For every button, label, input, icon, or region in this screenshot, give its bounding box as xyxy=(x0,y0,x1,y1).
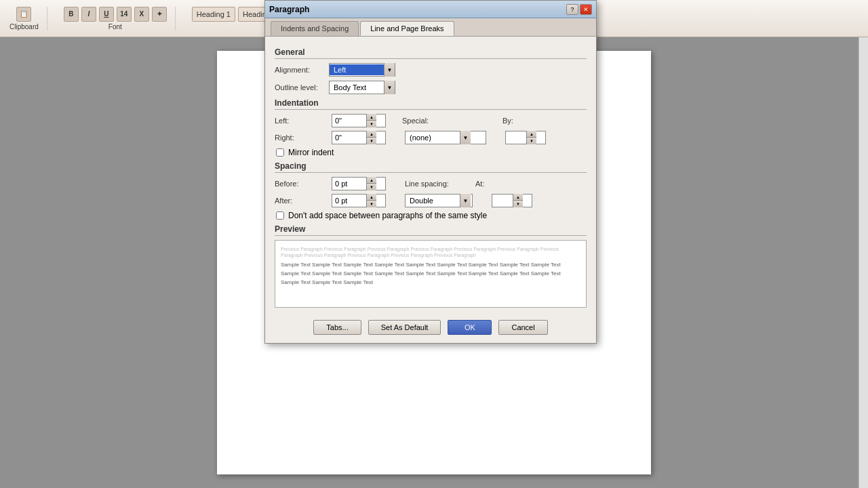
heading1-btn[interactable]: Heading 1 xyxy=(192,7,235,22)
paste-icon[interactable]: 📋 xyxy=(16,7,31,22)
left-label: Left: xyxy=(275,117,329,125)
by-spin-up[interactable]: ▲ xyxy=(527,131,536,138)
at-spinner[interactable]: ▲ ▼ xyxy=(513,194,523,207)
before-spin-up[interactable]: ▲ xyxy=(367,177,376,184)
font-size-icon[interactable]: 14 xyxy=(117,7,132,22)
clipboard-section: 📋 Clipboard xyxy=(7,7,47,30)
by-label: By: xyxy=(500,117,554,125)
dialog-tabs: Indents and Spacing Line and Page Breaks xyxy=(265,18,596,37)
tab-line-breaks[interactable]: Line and Page Breaks xyxy=(360,21,454,36)
clear-icon[interactable]: ✦ xyxy=(152,7,167,22)
dont-add-space-checkbox[interactable] xyxy=(276,211,284,220)
preview-box: Previous Paragraph Previous Paragraph Pr… xyxy=(275,240,587,308)
before-value[interactable] xyxy=(332,178,366,190)
left-spin-up[interactable]: ▲ xyxy=(367,114,376,121)
outline-arrow[interactable]: ▼ xyxy=(384,81,395,94)
ok-button[interactable]: OK xyxy=(448,320,492,335)
alignment-label: Alignment: xyxy=(275,66,329,74)
tabs-button[interactable]: Tabs... xyxy=(313,320,361,335)
left-value[interactable] xyxy=(332,115,366,127)
by-input[interactable]: ▲ ▼ xyxy=(505,131,546,144)
line-spacing-label: Line spacing: xyxy=(405,180,459,188)
before-spinner[interactable]: ▲ ▼ xyxy=(366,177,376,190)
set-default-button[interactable]: Set As Default xyxy=(368,320,441,335)
special-label: Special: xyxy=(389,117,443,125)
outline-label: Outline level: xyxy=(275,83,329,92)
font-label: Font xyxy=(108,23,122,30)
dialog-content: General Alignment: Left ▼ Outline level:… xyxy=(265,37,596,314)
alignment-arrow[interactable]: ▼ xyxy=(384,63,395,77)
tab-indents-spacing[interactable]: Indents and Spacing xyxy=(271,21,359,36)
special-value: (none) xyxy=(406,134,460,142)
dialog-titlebar: Paragraph ? ✕ xyxy=(265,1,596,18)
italic-icon[interactable]: I xyxy=(81,7,96,22)
preview-sample-line2: Sample Text Sample Text Sample Text Samp… xyxy=(281,270,580,279)
dont-add-space-label: Don't add space between paragraphs of th… xyxy=(288,211,487,220)
paragraph-dialog: Paragraph ? ✕ Indents and Spacing Line a… xyxy=(264,0,597,344)
preview-prev-text: Previous Paragraph Previous Paragraph Pr… xyxy=(281,246,580,258)
right-label: Right: xyxy=(275,134,329,142)
right-spin-up[interactable]: ▲ xyxy=(367,131,376,138)
left-spinner[interactable]: ▲ ▼ xyxy=(366,114,376,127)
preview-sample-line3: Sample Text Sample Text Sample Text xyxy=(281,279,580,287)
line-spacing-value: Double xyxy=(406,197,460,205)
line-spacing-arrow[interactable]: ▼ xyxy=(460,194,471,207)
mirror-indent-checkbox[interactable] xyxy=(276,148,284,157)
right-spinner[interactable]: ▲ ▼ xyxy=(366,131,376,144)
after-spin-down[interactable]: ▼ xyxy=(367,201,376,207)
after-value[interactable] xyxy=(332,195,366,207)
after-input[interactable]: ▲ ▼ xyxy=(332,194,386,207)
at-value[interactable] xyxy=(492,195,513,207)
line-spacing-select[interactable]: Double ▼ xyxy=(405,194,473,207)
outline-value: Body Text xyxy=(330,83,384,92)
by-spinner[interactable]: ▲ ▼ xyxy=(526,131,536,144)
mirror-indent-label: Mirror indent xyxy=(288,148,334,157)
underline-icon[interactable]: U xyxy=(99,7,114,22)
indentation-section-header: Indentation xyxy=(275,98,587,110)
dialog-title: Paragraph xyxy=(269,5,309,14)
at-spin-up[interactable]: ▲ xyxy=(513,194,523,201)
at-spin-down[interactable]: ▼ xyxy=(513,201,523,207)
strike-icon[interactable]: X xyxy=(134,7,149,22)
left-spin-down[interactable]: ▼ xyxy=(367,121,376,127)
clipboard-label: Clipboard xyxy=(9,23,39,30)
dialog-buttons: Tabs... Set As Default OK Cancel xyxy=(265,314,596,343)
dialog-controls: ? ✕ xyxy=(566,4,592,15)
preview-section-header: Preview xyxy=(275,224,587,236)
cancel-button[interactable]: Cancel xyxy=(498,320,547,335)
general-section-header: General xyxy=(275,47,587,59)
after-spin-up[interactable]: ▲ xyxy=(367,194,376,201)
at-label: At: xyxy=(475,180,530,188)
after-label: After: xyxy=(275,197,329,205)
special-select[interactable]: (none) ▼ xyxy=(405,131,486,144)
preview-sample-line1: Sample Text Sample Text Sample Text Samp… xyxy=(281,261,580,270)
close-button[interactable]: ✕ xyxy=(580,4,592,15)
before-spin-down[interactable]: ▼ xyxy=(367,184,376,190)
before-label: Before: xyxy=(275,180,329,188)
special-arrow[interactable]: ▼ xyxy=(460,131,471,144)
right-spin-down[interactable]: ▼ xyxy=(367,138,376,144)
after-spinner[interactable]: ▲ ▼ xyxy=(366,194,376,207)
dont-add-space-row: Don't add space between paragraphs of th… xyxy=(276,211,587,220)
alignment-row: Alignment: Left ▼ xyxy=(275,63,587,77)
right-value[interactable] xyxy=(332,131,366,144)
font-section: B I U 14 X ✦ Font xyxy=(61,7,176,30)
help-button[interactable]: ? xyxy=(566,4,578,15)
at-input[interactable]: ▲ ▼ xyxy=(492,194,532,207)
right-input[interactable]: ▲ ▼ xyxy=(332,131,386,144)
outline-row: Outline level: Body Text ▼ xyxy=(275,81,587,94)
alignment-select[interactable]: Left ▼ xyxy=(329,63,395,77)
left-input[interactable]: ▲ ▼ xyxy=(332,114,386,127)
alignment-value: Left xyxy=(330,64,384,75)
outline-select[interactable]: Body Text ▼ xyxy=(329,81,395,94)
mirror-indent-row: Mirror indent xyxy=(276,148,587,157)
before-input[interactable]: ▲ ▼ xyxy=(332,177,386,190)
spacing-section-header: Spacing xyxy=(275,161,587,173)
right-scrollbar[interactable] xyxy=(859,37,868,488)
by-value[interactable] xyxy=(506,131,526,144)
bold-icon[interactable]: B xyxy=(64,7,79,22)
by-spin-down[interactable]: ▼ xyxy=(527,138,536,144)
